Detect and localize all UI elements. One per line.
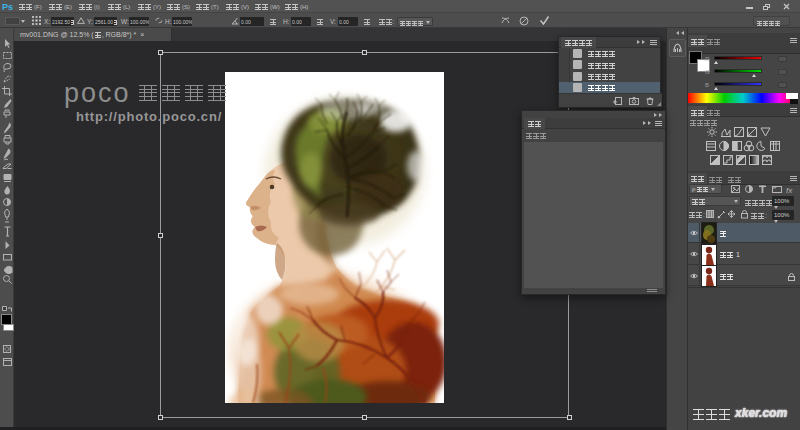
svg-text:fx: fx: [786, 186, 793, 195]
